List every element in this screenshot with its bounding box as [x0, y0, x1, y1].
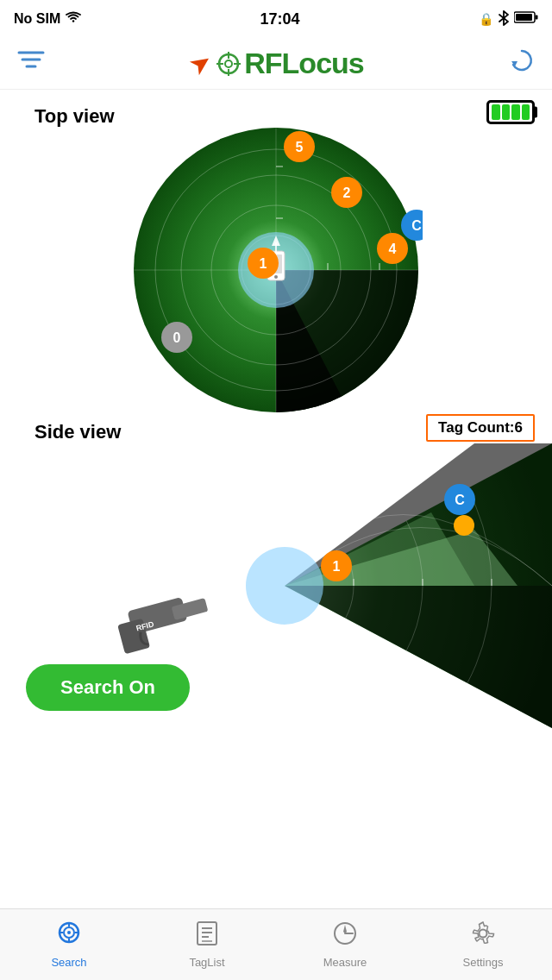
logo-crosshair-icon: [216, 52, 241, 76]
nav-measure-label: Measure: [323, 956, 367, 969]
battery-status-icon: [514, 11, 538, 27]
nav-item-taglist[interactable]: TagList: [138, 909, 276, 980]
logo-arrow-icon: ➤: [183, 45, 218, 82]
svg-point-53: [246, 547, 323, 625]
search-on-button[interactable]: Search On: [26, 664, 190, 711]
main-content: Top view: [0, 90, 552, 908]
svg-text:4: 4: [389, 242, 397, 256]
bluetooth-icon: [499, 10, 509, 28]
status-left: No SIM: [14, 11, 81, 27]
svg-point-58: [454, 515, 474, 536]
nav-item-settings[interactable]: Settings: [414, 909, 552, 980]
nav-item-measure[interactable]: Measure: [276, 909, 414, 980]
svg-text:1: 1: [260, 256, 267, 271]
refresh-button[interactable]: [509, 47, 535, 79]
nav-settings-label: Settings: [463, 956, 504, 969]
svg-text:C: C: [411, 218, 422, 233]
search-nav-icon: [56, 920, 82, 952]
svg-marker-12: [511, 61, 518, 66]
battery-indicator: [486, 100, 535, 124]
svg-point-61: [67, 931, 71, 934]
nav-item-search[interactable]: Search: [0, 909, 138, 980]
settings-nav-icon: [470, 920, 496, 952]
wifi-icon: [66, 11, 81, 27]
app-logo: ➤ RFLocus: [190, 47, 363, 80]
top-view-label: Top view: [17, 97, 132, 128]
nav-search-label: Search: [51, 956, 86, 969]
app-header: ➤ RFLocus: [0, 38, 552, 90]
svg-rect-2: [516, 14, 532, 21]
svg-rect-1: [535, 16, 537, 20]
carrier-label: No SIM: [14, 11, 60, 27]
svg-text:2: 2: [343, 185, 351, 200]
top-view-radar: 5 2 4 C 1 0: [129, 123, 423, 417]
side-view-label: Side view: [17, 412, 138, 443]
tag-count-badge: Tag Count:6: [426, 414, 535, 442]
status-bar: No SIM 17:04 🔒: [0, 0, 552, 38]
logo-text: RFLocus: [244, 47, 363, 80]
side-view-section: Side view Tag Count:6 RFID: [0, 408, 552, 728]
svg-marker-72: [343, 925, 347, 933]
taglist-nav-icon: [195, 920, 219, 952]
status-right: 🔒: [479, 10, 538, 28]
bottom-navigation: Search TagList Measure: [0, 908, 552, 980]
measure-nav-icon: [332, 920, 358, 952]
rfid-gun-icon: RFID: [112, 578, 216, 659]
svg-point-28: [274, 275, 278, 279]
nav-taglist-label: TagList: [189, 956, 224, 969]
svg-text:1: 1: [333, 559, 341, 574]
status-time: 17:04: [260, 10, 300, 28]
svg-text:5: 5: [296, 140, 304, 154]
side-view-radar: RFID: [0, 443, 552, 728]
svg-text:0: 0: [173, 330, 181, 345]
lock-icon: 🔒: [479, 12, 493, 26]
svg-point-74: [480, 930, 487, 938]
filter-button[interactable]: [17, 48, 45, 79]
top-view-section: Top view: [0, 90, 552, 417]
svg-point-7: [225, 60, 232, 67]
svg-text:C: C: [455, 493, 465, 507]
